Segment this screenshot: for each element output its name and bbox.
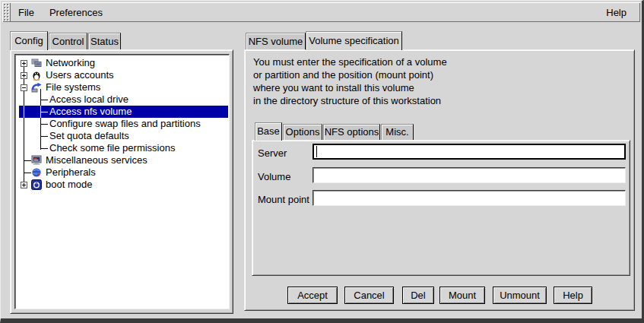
tree-item-label: Set quota defaults: [49, 130, 129, 142]
tree-item-boot-mode[interactable]: boot mode: [16, 179, 228, 191]
tree-branch-line: [40, 100, 48, 100]
tab-nfs-options[interactable]: NFS options: [323, 124, 380, 140]
tab-options[interactable]: Options: [283, 124, 322, 140]
menu-item-file[interactable]: File: [11, 3, 42, 22]
tree-item-users-accounts[interactable]: Users accounts: [16, 69, 228, 81]
expand-plus-icon[interactable]: [21, 60, 27, 67]
boot-mode-icon: [31, 179, 42, 190]
description-text: You must enter the specification of a vo…: [253, 55, 504, 107]
tree-item-access-local-drive[interactable]: Access local drive: [16, 93, 228, 106]
menu-bar: File Preferences Help: [2, 2, 640, 22]
tree-branch-line: [40, 124, 48, 125]
tree-branch-line: [40, 136, 48, 137]
config-tree: Networking Users accounts File systems A…: [16, 55, 228, 308]
cancel-button[interactable]: Cancel: [344, 287, 394, 304]
tab-control[interactable]: Control: [49, 33, 87, 49]
menu-drag-handle-icon[interactable]: [2, 2, 11, 22]
tree-item-label: Access nfs volume: [49, 106, 132, 118]
tree-item-configure-swap[interactable]: Configure swap files and partitions: [16, 118, 228, 130]
mount-button[interactable]: Mount: [439, 287, 485, 304]
tree-item-label: Networking: [46, 57, 95, 69]
server-input[interactable]: [312, 144, 626, 160]
tree-item-set-quota-defaults[interactable]: Set quota defaults: [16, 130, 228, 142]
mount-point-label: Mount point: [258, 193, 309, 206]
menu-item-preferences[interactable]: Preferences: [42, 3, 110, 22]
tab-status[interactable]: Status: [88, 33, 121, 49]
tree-item-label: Access local drive: [49, 93, 128, 106]
server-label: Server: [258, 147, 287, 160]
text-caret: [316, 146, 317, 157]
tree-item-label: Configure swap files and partitions: [49, 118, 201, 130]
menu-item-help[interactable]: Help: [598, 3, 634, 22]
tree-item-file-systems[interactable]: File systems: [16, 81, 228, 93]
tab-nfs-volume[interactable]: NFS volume: [246, 33, 306, 49]
tab-base[interactable]: Base: [255, 122, 282, 141]
help-button[interactable]: Help: [554, 287, 592, 304]
tab-misc[interactable]: Misc.: [381, 124, 414, 140]
tree-item-label: Users accounts: [46, 69, 114, 81]
expand-plus-icon[interactable]: [21, 182, 27, 188]
tree-item-label: Peripherals: [46, 166, 96, 179]
expand-plus-icon[interactable]: [21, 72, 27, 79]
tab-config[interactable]: Config: [10, 31, 48, 50]
networking-icon: [31, 58, 42, 68]
tab-volume-specification[interactable]: Volume specification: [306, 31, 402, 50]
tree-item-label: Miscellaneous services: [46, 154, 148, 166]
file-systems-icon: [31, 82, 42, 93]
base-form-page: [252, 140, 630, 276]
tree-view: Networking Users accounts File systems A…: [14, 54, 230, 309]
tree-item-check-file-permissions[interactable]: Check some file permissions: [16, 142, 228, 154]
tree-item-label: Check some file permissions: [49, 142, 175, 154]
volume-input[interactable]: [312, 167, 626, 183]
tree-branch-line: [24, 173, 31, 173]
accept-button[interactable]: Accept: [287, 287, 338, 304]
tree-item-label: boot mode: [46, 179, 92, 191]
tree-item-networking[interactable]: Networking: [16, 57, 228, 69]
tree-item-peripherals[interactable]: Peripherals: [16, 166, 228, 179]
tree-branch-line: [24, 160, 31, 161]
tree-item-miscellaneous-services[interactable]: Miscellaneous services: [16, 154, 228, 166]
volume-label: Volume: [258, 170, 290, 183]
expand-minus-icon[interactable]: [21, 84, 27, 91]
mount-point-input[interactable]: [312, 190, 626, 206]
tree-item-access-nfs-volume[interactable]: Access nfs volume: [16, 106, 228, 118]
linuxconf-window: File Preferences Help Config Control Sta…: [0, 0, 644, 323]
tree-branch-line: [40, 112, 48, 112]
tree-item-label: File systems: [46, 81, 100, 93]
services-icon: [31, 155, 42, 166]
del-button[interactable]: Del: [402, 287, 434, 304]
users-accounts-icon: [31, 70, 42, 81]
tree-line: [24, 106, 24, 118]
unmount-button[interactable]: Unmount: [493, 287, 547, 304]
tree-branch-line: [40, 148, 48, 149]
peripherals-icon: [31, 167, 42, 178]
